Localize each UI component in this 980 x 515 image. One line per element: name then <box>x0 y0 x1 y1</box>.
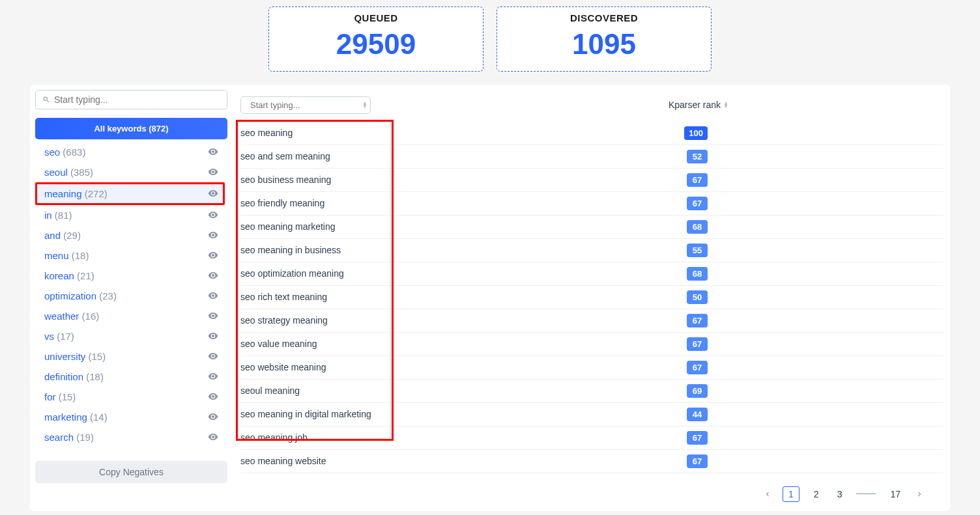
page-last[interactable]: 17 <box>886 488 904 501</box>
search-icon <box>42 96 50 104</box>
rank-badge: 67 <box>687 197 708 210</box>
sidebar-item-vs[interactable]: vs (17) <box>35 326 225 346</box>
sidebar-item-name: vs <box>44 331 57 342</box>
rank-badge: 67 <box>687 361 708 374</box>
table-row[interactable]: seo meaning100 <box>240 122 944 145</box>
chevron-left-icon[interactable] <box>763 490 772 499</box>
eye-icon[interactable] <box>208 331 218 341</box>
table-row[interactable]: seo friendly meaning67 <box>240 192 944 216</box>
table-row[interactable]: seo strategy meaning67 <box>240 309 944 333</box>
sidebar-item-count: (18) <box>72 250 89 261</box>
table-row[interactable]: seo and sem meaning52 <box>240 145 944 169</box>
table-row[interactable]: seo business meaning67 <box>240 169 944 192</box>
table-row[interactable]: seo optimization meaning68 <box>240 262 944 286</box>
eye-icon[interactable] <box>208 230 218 240</box>
table-row[interactable]: seo meaning job67 <box>240 426 944 450</box>
sidebar-item-count: (16) <box>82 311 100 322</box>
rank-badge: 69 <box>687 384 708 398</box>
sidebar-item-and[interactable]: and (29) <box>35 225 225 245</box>
eye-icon[interactable] <box>208 311 218 321</box>
eye-icon[interactable] <box>208 270 218 281</box>
eye-icon[interactable] <box>208 167 218 177</box>
keyword-cell: seo strategy meaning <box>240 315 687 326</box>
eye-icon[interactable] <box>208 146 218 157</box>
eye-icon[interactable] <box>208 351 218 361</box>
sidebar-item-count: (17) <box>57 331 74 342</box>
sidebar-item-menu[interactable]: menu (18) <box>35 245 225 266</box>
rank-badge: 67 <box>687 431 708 445</box>
keyword-cell: seo meaning job <box>240 432 687 443</box>
sidebar-item-seo[interactable]: seo (683) <box>35 142 225 162</box>
table-row[interactable]: seo meaning marketing68 <box>240 216 944 239</box>
page-2[interactable]: 2 <box>810 488 823 501</box>
eye-icon[interactable] <box>208 188 218 199</box>
table-row[interactable]: seo meaning in digital marketing44 <box>240 403 944 426</box>
discovered-value: 1095 <box>504 27 704 62</box>
sort-caret-icon[interactable]: ▲▼ <box>723 102 728 108</box>
all-keywords-button[interactable]: All keywords (872) <box>35 118 227 139</box>
sidebar-item-in[interactable]: in (81) <box>35 205 225 225</box>
sidebar-item-name: menu <box>44 250 72 261</box>
sidebar-item-university[interactable]: university (15) <box>35 346 225 367</box>
table-row[interactable]: seo meaning in business55 <box>240 239 944 262</box>
sidebar-item-for[interactable]: for (15) <box>35 387 225 407</box>
sidebar-item-search[interactable]: search (19) <box>35 427 225 447</box>
sidebar-search-input[interactable] <box>54 94 220 105</box>
table-row[interactable]: seo rich text meaning50 <box>240 286 944 309</box>
rank-badge: 68 <box>687 220 708 234</box>
copy-negatives-button[interactable]: Copy Negatives <box>35 461 227 483</box>
keyword-cell: seo meaning in digital marketing <box>240 409 687 419</box>
content-search[interactable]: ▲▼ <box>240 96 371 114</box>
queued-value: 29509 <box>276 27 476 62</box>
eye-icon[interactable] <box>208 432 218 442</box>
queued-card: QUEUED 29509 <box>268 7 483 72</box>
content-search-input[interactable] <box>250 100 360 110</box>
sidebar-item-definition[interactable]: definition (18) <box>35 367 225 387</box>
sidebar-item-meaning[interactable]: meaning (272) <box>35 182 225 205</box>
sidebar-item-name: optimization <box>44 290 99 301</box>
eye-icon[interactable] <box>208 371 218 382</box>
rank-header-label: Kparser rank <box>669 100 721 110</box>
eye-icon[interactable] <box>208 290 218 301</box>
sidebar-search[interactable] <box>35 90 227 109</box>
keyword-cell: seo business meaning <box>240 174 687 185</box>
eye-icon[interactable] <box>208 411 218 422</box>
sidebar-item-optimization[interactable]: optimization (23) <box>35 286 225 306</box>
sidebar-item-name: meaning <box>44 188 85 199</box>
sidebar-item-seoul[interactable]: seoul (385) <box>35 162 225 182</box>
table-row[interactable]: seo meaning website67 <box>240 450 944 473</box>
rank-badge: 50 <box>687 290 708 304</box>
sidebar-item-marketing[interactable]: marketing (14) <box>35 407 225 427</box>
sidebar-item-name: and <box>44 230 63 241</box>
pagination: 123 17 <box>240 473 944 506</box>
keyword-cell: seo value meaning <box>240 339 687 349</box>
page-1[interactable]: 1 <box>783 486 800 502</box>
eye-icon[interactable] <box>208 250 218 260</box>
sidebar-item-count: (272) <box>85 188 108 199</box>
content: ▲▼ Kparser rank ▲▼ seo meaning100seo and… <box>227 90 950 506</box>
eye-icon[interactable] <box>208 391 218 402</box>
sort-caret-icon[interactable]: ▲▼ <box>362 102 368 108</box>
eye-icon[interactable] <box>208 210 218 220</box>
rank-column-header[interactable]: Kparser rank ▲▼ <box>669 100 728 110</box>
rank-badge: 67 <box>687 454 708 468</box>
sidebar-item-count: (15) <box>89 351 106 362</box>
keyword-cell: seo friendly meaning <box>240 198 687 208</box>
keyword-cell: seoul meaning <box>240 385 687 396</box>
table-row[interactable]: seoul meaning69 <box>240 380 944 403</box>
chevron-right-icon[interactable] <box>915 490 924 499</box>
rank-badge: 44 <box>687 408 708 421</box>
sidebar-item-name: seoul <box>44 167 70 178</box>
keyword-cell: seo website meaning <box>240 362 687 372</box>
sidebar-item-korean[interactable]: korean (21) <box>35 266 225 286</box>
sidebar-item-weather[interactable]: weather (16) <box>35 306 225 326</box>
sidebar-list[interactable]: seo (683)seoul (385)meaning (272)in (81)… <box>35 142 227 454</box>
sidebar-item-name: search <box>44 432 76 443</box>
table-row[interactable]: seo value meaning67 <box>240 333 944 356</box>
table-row[interactable]: seo website meaning67 <box>240 356 944 380</box>
page-3[interactable]: 3 <box>833 488 846 501</box>
keyword-cell: seo rich text meaning <box>240 292 687 302</box>
keyword-cell: seo meaning in business <box>240 245 687 255</box>
sidebar-item-name: marketing <box>44 411 90 423</box>
stats-row: QUEUED 29509 DISCOVERED 1095 <box>0 0 980 85</box>
